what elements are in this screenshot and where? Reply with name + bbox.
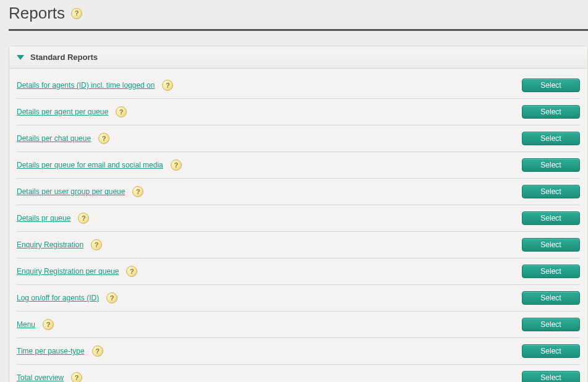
report-row-left: Menu?	[17, 319, 54, 330]
help-icon[interactable]: ?	[171, 159, 182, 171]
report-link[interactable]: Details per queue for email and social m…	[17, 161, 163, 169]
report-row: Details pr queue?Select	[17, 205, 580, 232]
select-button[interactable]: Select	[522, 132, 580, 145]
help-icon[interactable]: ?	[78, 213, 89, 224]
panel-title: Standard Reports	[30, 53, 98, 62]
help-icon[interactable]: ?	[106, 292, 117, 303]
report-row: Details per chat queue?Select	[17, 125, 580, 152]
page-title: Reports	[9, 4, 65, 23]
report-row: Total overview?Select	[17, 365, 580, 382]
report-link[interactable]: Menu	[17, 320, 35, 329]
help-icon[interactable]: ?	[162, 80, 173, 91]
report-link[interactable]: Time per pause-type	[17, 347, 85, 355]
report-row: Menu?Select	[17, 312, 580, 338]
report-row-left: Total overview?	[17, 372, 82, 382]
help-icon[interactable]: ?	[98, 133, 109, 144]
page-header: Reports ?	[9, 0, 588, 31]
help-icon[interactable]: ?	[126, 266, 137, 277]
select-button[interactable]: Select	[522, 79, 580, 92]
select-button[interactable]: Select	[522, 158, 580, 172]
select-button[interactable]: Select	[522, 344, 580, 358]
select-button[interactable]: Select	[522, 318, 580, 331]
report-link[interactable]: Details per chat queue	[17, 134, 91, 143]
panel-header: Standard Reports	[9, 46, 587, 69]
report-link[interactable]: Details pr queue	[17, 214, 70, 223]
report-row: Enquiry Registration?Select	[17, 232, 580, 258]
report-link[interactable]: Enquiry Registration per queue	[17, 267, 119, 276]
select-button[interactable]: Select	[522, 371, 580, 382]
report-row-left: Details per chat queue?	[17, 133, 109, 144]
report-row: Details per user group per queue?Select	[17, 179, 580, 205]
help-icon[interactable]: ?	[116, 106, 127, 117]
help-icon[interactable]: ?	[92, 346, 103, 357]
report-row-left: Enquiry Registration per queue?	[17, 266, 137, 277]
report-row: Details for agents (ID) incl. time logge…	[17, 72, 580, 99]
report-row: Details per queue for email and social m…	[17, 152, 580, 179]
report-row-left: Details per agent per queue?	[17, 106, 127, 117]
report-row: Log on/off for agents (ID)?Select	[17, 285, 580, 312]
report-row-left: Details pr queue?	[17, 213, 89, 224]
report-row-left: Details for agents (ID) incl. time logge…	[17, 80, 173, 91]
select-button[interactable]: Select	[522, 105, 580, 119]
select-button[interactable]: Select	[522, 238, 580, 252]
report-row: Details per agent per queue?Select	[17, 99, 580, 125]
select-button[interactable]: Select	[522, 211, 580, 225]
select-button[interactable]: Select	[522, 265, 580, 278]
help-icon[interactable]: ?	[71, 372, 82, 382]
help-icon[interactable]: ?	[43, 319, 54, 330]
report-link[interactable]: Total overview	[17, 373, 64, 382]
help-icon[interactable]: ?	[91, 239, 102, 250]
report-link[interactable]: Details per agent per queue	[17, 108, 108, 116]
report-row: Enquiry Registration per queue?Select	[17, 258, 580, 285]
report-row-left: Log on/off for agents (ID)?	[17, 292, 117, 303]
report-link[interactable]: Log on/off for agents (ID)	[17, 294, 99, 302]
help-icon[interactable]: ?	[132, 186, 143, 197]
report-list: Details for agents (ID) incl. time logge…	[9, 69, 587, 382]
report-link[interactable]: Enquiry Registration	[17, 240, 83, 249]
select-button[interactable]: Select	[522, 185, 580, 198]
report-row: Time per pause-type?Select	[17, 338, 580, 365]
report-row-left: Enquiry Registration?	[17, 239, 102, 250]
standard-reports-panel: Standard Reports Details for agents (ID)…	[9, 46, 588, 382]
select-button[interactable]: Select	[522, 291, 580, 305]
collapse-icon[interactable]	[17, 55, 24, 60]
report-row-left: Details per queue for email and social m…	[17, 159, 182, 171]
report-link[interactable]: Details per user group per queue	[17, 187, 125, 196]
report-row-left: Details per user group per queue?	[17, 186, 143, 197]
report-row-left: Time per pause-type?	[17, 346, 103, 357]
help-icon[interactable]: ?	[71, 8, 82, 19]
report-link[interactable]: Details for agents (ID) incl. time logge…	[17, 81, 155, 90]
